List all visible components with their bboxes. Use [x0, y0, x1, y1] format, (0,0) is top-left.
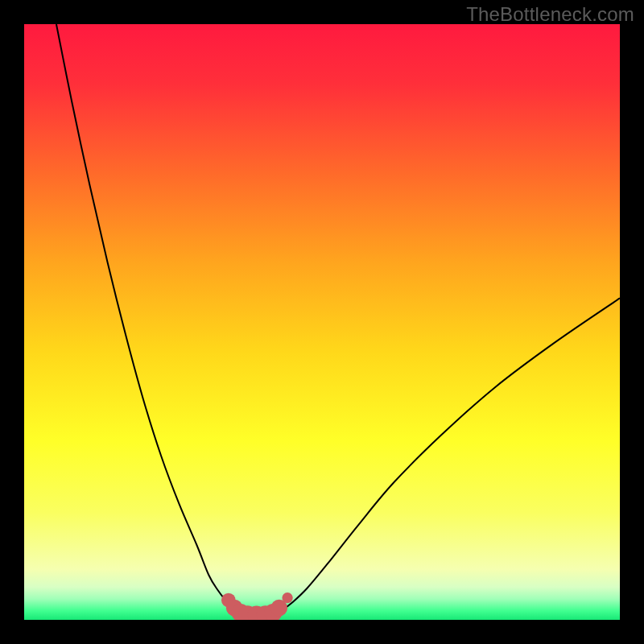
plot-area — [24, 24, 620, 620]
watermark-text: TheBottleneck.com — [466, 3, 634, 26]
valley-markers-group — [221, 592, 293, 620]
chart-frame: TheBottleneck.com — [0, 0, 644, 644]
curve-path — [56, 24, 620, 615]
valley-marker — [282, 592, 292, 603]
bottleneck-curve — [24, 24, 620, 620]
